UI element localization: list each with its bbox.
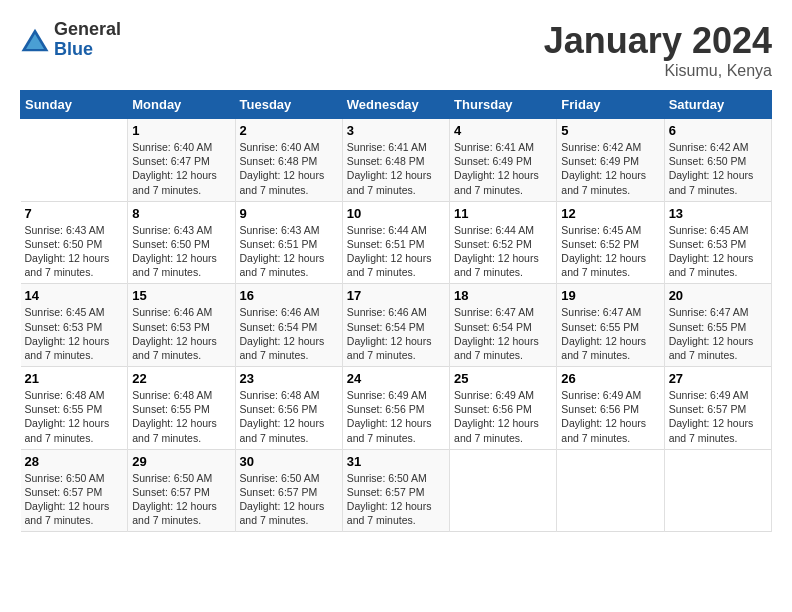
day-number: 13 (669, 206, 767, 221)
logo-text: General Blue (54, 20, 121, 60)
calendar-week-5: 28Sunrise: 6:50 AM Sunset: 6:57 PM Dayli… (21, 449, 772, 532)
header-day-friday: Friday (557, 91, 664, 119)
day-number: 31 (347, 454, 445, 469)
day-number: 24 (347, 371, 445, 386)
day-number: 20 (669, 288, 767, 303)
day-info: Sunrise: 6:45 AM Sunset: 6:52 PM Dayligh… (561, 223, 659, 280)
calendar-header: SundayMondayTuesdayWednesdayThursdayFrid… (21, 91, 772, 119)
header-day-sunday: Sunday (21, 91, 128, 119)
day-number: 5 (561, 123, 659, 138)
day-number: 17 (347, 288, 445, 303)
day-number: 21 (25, 371, 124, 386)
day-info: Sunrise: 6:41 AM Sunset: 6:48 PM Dayligh… (347, 140, 445, 197)
header-day-tuesday: Tuesday (235, 91, 342, 119)
header-day-thursday: Thursday (450, 91, 557, 119)
day-info: Sunrise: 6:43 AM Sunset: 6:50 PM Dayligh… (132, 223, 230, 280)
calendar-cell: 4Sunrise: 6:41 AM Sunset: 6:49 PM Daylig… (450, 119, 557, 202)
calendar-cell: 12Sunrise: 6:45 AM Sunset: 6:52 PM Dayli… (557, 201, 664, 284)
calendar-cell: 30Sunrise: 6:50 AM Sunset: 6:57 PM Dayli… (235, 449, 342, 532)
day-info: Sunrise: 6:49 AM Sunset: 6:56 PM Dayligh… (561, 388, 659, 445)
calendar-cell: 25Sunrise: 6:49 AM Sunset: 6:56 PM Dayli… (450, 367, 557, 450)
calendar-cell: 15Sunrise: 6:46 AM Sunset: 6:53 PM Dayli… (128, 284, 235, 367)
calendar-cell: 19Sunrise: 6:47 AM Sunset: 6:55 PM Dayli… (557, 284, 664, 367)
day-number: 29 (132, 454, 230, 469)
calendar-cell: 1Sunrise: 6:40 AM Sunset: 6:47 PM Daylig… (128, 119, 235, 202)
day-info: Sunrise: 6:46 AM Sunset: 6:54 PM Dayligh… (347, 305, 445, 362)
month-title: January 2024 (544, 20, 772, 62)
day-number: 3 (347, 123, 445, 138)
calendar-cell: 13Sunrise: 6:45 AM Sunset: 6:53 PM Dayli… (664, 201, 771, 284)
day-number: 25 (454, 371, 552, 386)
day-number: 14 (25, 288, 124, 303)
day-info: Sunrise: 6:46 AM Sunset: 6:54 PM Dayligh… (240, 305, 338, 362)
day-info: Sunrise: 6:40 AM Sunset: 6:47 PM Dayligh… (132, 140, 230, 197)
calendar-cell: 17Sunrise: 6:46 AM Sunset: 6:54 PM Dayli… (342, 284, 449, 367)
day-number: 1 (132, 123, 230, 138)
day-number: 15 (132, 288, 230, 303)
calendar-cell: 9Sunrise: 6:43 AM Sunset: 6:51 PM Daylig… (235, 201, 342, 284)
header-row: SundayMondayTuesdayWednesdayThursdayFrid… (21, 91, 772, 119)
day-info: Sunrise: 6:50 AM Sunset: 6:57 PM Dayligh… (347, 471, 445, 528)
day-number: 18 (454, 288, 552, 303)
calendar-cell: 20Sunrise: 6:47 AM Sunset: 6:55 PM Dayli… (664, 284, 771, 367)
calendar-cell: 21Sunrise: 6:48 AM Sunset: 6:55 PM Dayli… (21, 367, 128, 450)
calendar-cell: 14Sunrise: 6:45 AM Sunset: 6:53 PM Dayli… (21, 284, 128, 367)
calendar-cell: 28Sunrise: 6:50 AM Sunset: 6:57 PM Dayli… (21, 449, 128, 532)
calendar-table: SundayMondayTuesdayWednesdayThursdayFrid… (20, 90, 772, 532)
day-number: 2 (240, 123, 338, 138)
calendar-cell: 31Sunrise: 6:50 AM Sunset: 6:57 PM Dayli… (342, 449, 449, 532)
day-number: 22 (132, 371, 230, 386)
logo-icon (20, 25, 50, 55)
day-number: 30 (240, 454, 338, 469)
calendar-cell: 5Sunrise: 6:42 AM Sunset: 6:49 PM Daylig… (557, 119, 664, 202)
day-info: Sunrise: 6:47 AM Sunset: 6:55 PM Dayligh… (561, 305, 659, 362)
day-number: 6 (669, 123, 767, 138)
calendar-cell: 3Sunrise: 6:41 AM Sunset: 6:48 PM Daylig… (342, 119, 449, 202)
calendar-cell: 11Sunrise: 6:44 AM Sunset: 6:52 PM Dayli… (450, 201, 557, 284)
calendar-cell: 8Sunrise: 6:43 AM Sunset: 6:50 PM Daylig… (128, 201, 235, 284)
calendar-cell (450, 449, 557, 532)
day-number: 16 (240, 288, 338, 303)
day-info: Sunrise: 6:43 AM Sunset: 6:50 PM Dayligh… (25, 223, 124, 280)
header-day-saturday: Saturday (664, 91, 771, 119)
calendar-cell (557, 449, 664, 532)
calendar-cell: 23Sunrise: 6:48 AM Sunset: 6:56 PM Dayli… (235, 367, 342, 450)
calendar-cell: 27Sunrise: 6:49 AM Sunset: 6:57 PM Dayli… (664, 367, 771, 450)
day-number: 12 (561, 206, 659, 221)
calendar-cell: 18Sunrise: 6:47 AM Sunset: 6:54 PM Dayli… (450, 284, 557, 367)
calendar-week-4: 21Sunrise: 6:48 AM Sunset: 6:55 PM Dayli… (21, 367, 772, 450)
day-info: Sunrise: 6:43 AM Sunset: 6:51 PM Dayligh… (240, 223, 338, 280)
day-info: Sunrise: 6:48 AM Sunset: 6:55 PM Dayligh… (25, 388, 124, 445)
calendar-cell: 2Sunrise: 6:40 AM Sunset: 6:48 PM Daylig… (235, 119, 342, 202)
calendar-week-2: 7Sunrise: 6:43 AM Sunset: 6:50 PM Daylig… (21, 201, 772, 284)
logo: General Blue (20, 20, 121, 60)
day-info: Sunrise: 6:47 AM Sunset: 6:54 PM Dayligh… (454, 305, 552, 362)
day-info: Sunrise: 6:44 AM Sunset: 6:51 PM Dayligh… (347, 223, 445, 280)
day-number: 4 (454, 123, 552, 138)
header-day-monday: Monday (128, 91, 235, 119)
day-info: Sunrise: 6:50 AM Sunset: 6:57 PM Dayligh… (25, 471, 124, 528)
header-day-wednesday: Wednesday (342, 91, 449, 119)
calendar-cell (664, 449, 771, 532)
page-header: General Blue January 2024 Kisumu, Kenya (20, 20, 772, 80)
logo-general: General (54, 20, 121, 40)
day-info: Sunrise: 6:41 AM Sunset: 6:49 PM Dayligh… (454, 140, 552, 197)
day-info: Sunrise: 6:40 AM Sunset: 6:48 PM Dayligh… (240, 140, 338, 197)
day-number: 28 (25, 454, 124, 469)
calendar-cell (21, 119, 128, 202)
day-info: Sunrise: 6:48 AM Sunset: 6:56 PM Dayligh… (240, 388, 338, 445)
day-info: Sunrise: 6:49 AM Sunset: 6:56 PM Dayligh… (347, 388, 445, 445)
day-info: Sunrise: 6:44 AM Sunset: 6:52 PM Dayligh… (454, 223, 552, 280)
day-info: Sunrise: 6:49 AM Sunset: 6:56 PM Dayligh… (454, 388, 552, 445)
calendar-cell: 6Sunrise: 6:42 AM Sunset: 6:50 PM Daylig… (664, 119, 771, 202)
day-number: 19 (561, 288, 659, 303)
calendar-week-1: 1Sunrise: 6:40 AM Sunset: 6:47 PM Daylig… (21, 119, 772, 202)
day-info: Sunrise: 6:45 AM Sunset: 6:53 PM Dayligh… (669, 223, 767, 280)
day-number: 10 (347, 206, 445, 221)
calendar-cell: 26Sunrise: 6:49 AM Sunset: 6:56 PM Dayli… (557, 367, 664, 450)
title-area: January 2024 Kisumu, Kenya (544, 20, 772, 80)
day-info: Sunrise: 6:42 AM Sunset: 6:50 PM Dayligh… (669, 140, 767, 197)
calendar-cell: 24Sunrise: 6:49 AM Sunset: 6:56 PM Dayli… (342, 367, 449, 450)
day-info: Sunrise: 6:45 AM Sunset: 6:53 PM Dayligh… (25, 305, 124, 362)
day-info: Sunrise: 6:46 AM Sunset: 6:53 PM Dayligh… (132, 305, 230, 362)
